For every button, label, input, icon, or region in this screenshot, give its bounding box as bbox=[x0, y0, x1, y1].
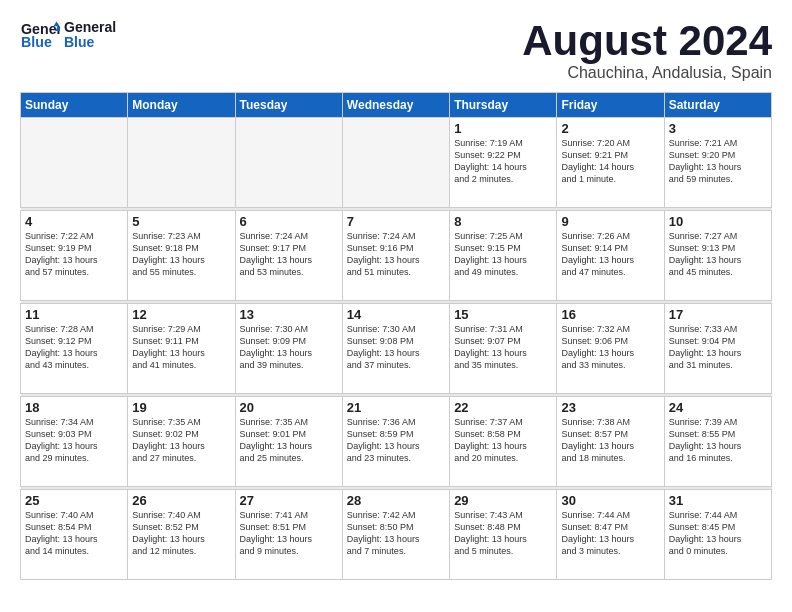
calendar-cell: 25Sunrise: 7:40 AM Sunset: 8:54 PM Dayli… bbox=[21, 490, 128, 580]
month-year: August 2024 bbox=[522, 20, 772, 62]
calendar-cell: 30Sunrise: 7:44 AM Sunset: 8:47 PM Dayli… bbox=[557, 490, 664, 580]
day-info: Sunrise: 7:36 AM Sunset: 8:59 PM Dayligh… bbox=[347, 416, 445, 465]
day-number: 21 bbox=[347, 400, 445, 415]
day-info: Sunrise: 7:31 AM Sunset: 9:07 PM Dayligh… bbox=[454, 323, 552, 372]
svg-text:Blue: Blue bbox=[21, 34, 52, 50]
day-number: 13 bbox=[240, 307, 338, 322]
day-number: 19 bbox=[132, 400, 230, 415]
day-number: 26 bbox=[132, 493, 230, 508]
day-number: 6 bbox=[240, 214, 338, 229]
logo-icon: General Blue bbox=[20, 20, 60, 50]
calendar-cell bbox=[235, 118, 342, 208]
title-area: August 2024 Chauchina, Andalusia, Spain bbox=[522, 20, 772, 82]
day-info: Sunrise: 7:24 AM Sunset: 9:16 PM Dayligh… bbox=[347, 230, 445, 279]
calendar-cell: 16Sunrise: 7:32 AM Sunset: 9:06 PM Dayli… bbox=[557, 304, 664, 394]
day-number: 30 bbox=[561, 493, 659, 508]
day-info: Sunrise: 7:44 AM Sunset: 8:47 PM Dayligh… bbox=[561, 509, 659, 558]
day-info: Sunrise: 7:30 AM Sunset: 9:08 PM Dayligh… bbox=[347, 323, 445, 372]
calendar-cell: 24Sunrise: 7:39 AM Sunset: 8:55 PM Dayli… bbox=[664, 397, 771, 487]
calendar-cell: 1Sunrise: 7:19 AM Sunset: 9:22 PM Daylig… bbox=[450, 118, 557, 208]
day-info: Sunrise: 7:22 AM Sunset: 9:19 PM Dayligh… bbox=[25, 230, 123, 279]
day-number: 17 bbox=[669, 307, 767, 322]
calendar-cell: 23Sunrise: 7:38 AM Sunset: 8:57 PM Dayli… bbox=[557, 397, 664, 487]
col-monday: Monday bbox=[128, 93, 235, 118]
calendar-cell: 21Sunrise: 7:36 AM Sunset: 8:59 PM Dayli… bbox=[342, 397, 449, 487]
day-number: 11 bbox=[25, 307, 123, 322]
day-number: 9 bbox=[561, 214, 659, 229]
day-info: Sunrise: 7:37 AM Sunset: 8:58 PM Dayligh… bbox=[454, 416, 552, 465]
day-number: 16 bbox=[561, 307, 659, 322]
day-number: 2 bbox=[561, 121, 659, 136]
day-number: 20 bbox=[240, 400, 338, 415]
day-number: 28 bbox=[347, 493, 445, 508]
calendar-cell: 28Sunrise: 7:42 AM Sunset: 8:50 PM Dayli… bbox=[342, 490, 449, 580]
calendar-cell: 29Sunrise: 7:43 AM Sunset: 8:48 PM Dayli… bbox=[450, 490, 557, 580]
day-info: Sunrise: 7:19 AM Sunset: 9:22 PM Dayligh… bbox=[454, 137, 552, 186]
calendar-cell: 27Sunrise: 7:41 AM Sunset: 8:51 PM Dayli… bbox=[235, 490, 342, 580]
calendar-header-row: Sunday Monday Tuesday Wednesday Thursday… bbox=[21, 93, 772, 118]
day-number: 8 bbox=[454, 214, 552, 229]
day-info: Sunrise: 7:41 AM Sunset: 8:51 PM Dayligh… bbox=[240, 509, 338, 558]
calendar-cell: 17Sunrise: 7:33 AM Sunset: 9:04 PM Dayli… bbox=[664, 304, 771, 394]
day-number: 22 bbox=[454, 400, 552, 415]
day-number: 12 bbox=[132, 307, 230, 322]
calendar-cell: 26Sunrise: 7:40 AM Sunset: 8:52 PM Dayli… bbox=[128, 490, 235, 580]
day-info: Sunrise: 7:35 AM Sunset: 9:02 PM Dayligh… bbox=[132, 416, 230, 465]
calendar-cell: 13Sunrise: 7:30 AM Sunset: 9:09 PM Dayli… bbox=[235, 304, 342, 394]
day-info: Sunrise: 7:20 AM Sunset: 9:21 PM Dayligh… bbox=[561, 137, 659, 186]
page: General Blue General Blue August 2024 Ch… bbox=[0, 0, 792, 590]
week-row-2: 4Sunrise: 7:22 AM Sunset: 9:19 PM Daylig… bbox=[21, 211, 772, 301]
calendar-cell: 2Sunrise: 7:20 AM Sunset: 9:21 PM Daylig… bbox=[557, 118, 664, 208]
calendar-cell bbox=[21, 118, 128, 208]
col-sunday: Sunday bbox=[21, 93, 128, 118]
day-info: Sunrise: 7:21 AM Sunset: 9:20 PM Dayligh… bbox=[669, 137, 767, 186]
day-info: Sunrise: 7:40 AM Sunset: 8:54 PM Dayligh… bbox=[25, 509, 123, 558]
logo-blue: Blue bbox=[64, 35, 116, 50]
day-number: 23 bbox=[561, 400, 659, 415]
day-info: Sunrise: 7:27 AM Sunset: 9:13 PM Dayligh… bbox=[669, 230, 767, 279]
day-info: Sunrise: 7:24 AM Sunset: 9:17 PM Dayligh… bbox=[240, 230, 338, 279]
day-number: 4 bbox=[25, 214, 123, 229]
day-info: Sunrise: 7:29 AM Sunset: 9:11 PM Dayligh… bbox=[132, 323, 230, 372]
calendar-cell bbox=[342, 118, 449, 208]
calendar-cell: 4Sunrise: 7:22 AM Sunset: 9:19 PM Daylig… bbox=[21, 211, 128, 301]
calendar-cell: 31Sunrise: 7:44 AM Sunset: 8:45 PM Dayli… bbox=[664, 490, 771, 580]
calendar-cell bbox=[128, 118, 235, 208]
day-info: Sunrise: 7:44 AM Sunset: 8:45 PM Dayligh… bbox=[669, 509, 767, 558]
day-info: Sunrise: 7:42 AM Sunset: 8:50 PM Dayligh… bbox=[347, 509, 445, 558]
day-number: 14 bbox=[347, 307, 445, 322]
day-info: Sunrise: 7:25 AM Sunset: 9:15 PM Dayligh… bbox=[454, 230, 552, 279]
logo: General Blue General Blue bbox=[20, 20, 116, 51]
calendar-cell: 7Sunrise: 7:24 AM Sunset: 9:16 PM Daylig… bbox=[342, 211, 449, 301]
day-info: Sunrise: 7:26 AM Sunset: 9:14 PM Dayligh… bbox=[561, 230, 659, 279]
col-thursday: Thursday bbox=[450, 93, 557, 118]
calendar-cell: 8Sunrise: 7:25 AM Sunset: 9:15 PM Daylig… bbox=[450, 211, 557, 301]
day-number: 31 bbox=[669, 493, 767, 508]
day-number: 24 bbox=[669, 400, 767, 415]
day-info: Sunrise: 7:40 AM Sunset: 8:52 PM Dayligh… bbox=[132, 509, 230, 558]
day-number: 7 bbox=[347, 214, 445, 229]
header: General Blue General Blue August 2024 Ch… bbox=[20, 20, 772, 82]
day-info: Sunrise: 7:34 AM Sunset: 9:03 PM Dayligh… bbox=[25, 416, 123, 465]
col-friday: Friday bbox=[557, 93, 664, 118]
week-row-4: 18Sunrise: 7:34 AM Sunset: 9:03 PM Dayli… bbox=[21, 397, 772, 487]
calendar-cell: 18Sunrise: 7:34 AM Sunset: 9:03 PM Dayli… bbox=[21, 397, 128, 487]
day-info: Sunrise: 7:39 AM Sunset: 8:55 PM Dayligh… bbox=[669, 416, 767, 465]
day-info: Sunrise: 7:28 AM Sunset: 9:12 PM Dayligh… bbox=[25, 323, 123, 372]
calendar-cell: 10Sunrise: 7:27 AM Sunset: 9:13 PM Dayli… bbox=[664, 211, 771, 301]
week-row-3: 11Sunrise: 7:28 AM Sunset: 9:12 PM Dayli… bbox=[21, 304, 772, 394]
day-info: Sunrise: 7:30 AM Sunset: 9:09 PM Dayligh… bbox=[240, 323, 338, 372]
location: Chauchina, Andalusia, Spain bbox=[522, 64, 772, 82]
calendar-cell: 3Sunrise: 7:21 AM Sunset: 9:20 PM Daylig… bbox=[664, 118, 771, 208]
day-info: Sunrise: 7:43 AM Sunset: 8:48 PM Dayligh… bbox=[454, 509, 552, 558]
col-tuesday: Tuesday bbox=[235, 93, 342, 118]
day-info: Sunrise: 7:32 AM Sunset: 9:06 PM Dayligh… bbox=[561, 323, 659, 372]
calendar-cell: 14Sunrise: 7:30 AM Sunset: 9:08 PM Dayli… bbox=[342, 304, 449, 394]
day-number: 25 bbox=[25, 493, 123, 508]
calendar-cell: 6Sunrise: 7:24 AM Sunset: 9:17 PM Daylig… bbox=[235, 211, 342, 301]
day-info: Sunrise: 7:38 AM Sunset: 8:57 PM Dayligh… bbox=[561, 416, 659, 465]
day-number: 29 bbox=[454, 493, 552, 508]
col-saturday: Saturday bbox=[664, 93, 771, 118]
day-number: 1 bbox=[454, 121, 552, 136]
week-row-1: 1Sunrise: 7:19 AM Sunset: 9:22 PM Daylig… bbox=[21, 118, 772, 208]
